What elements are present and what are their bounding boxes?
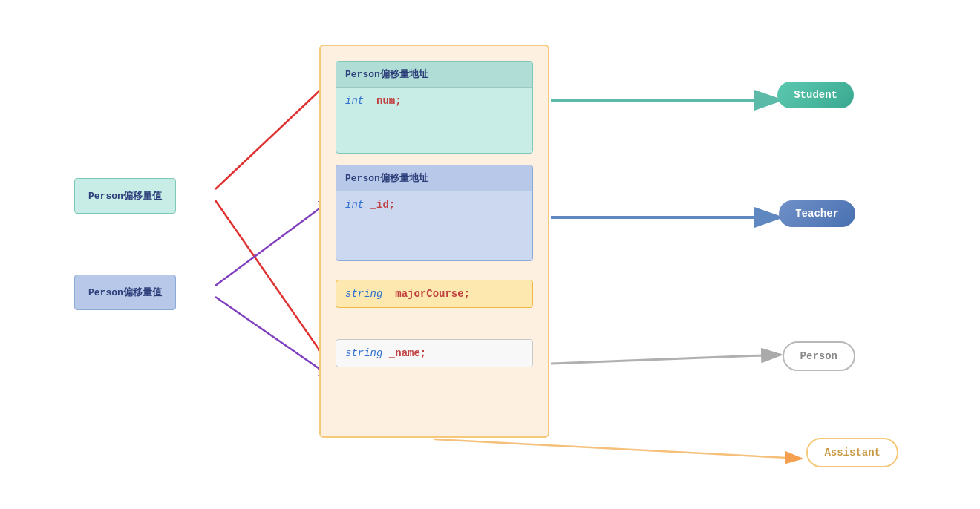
left-offset-box-2: Person偏移量值 — [74, 275, 176, 310]
svg-line-9 — [215, 297, 336, 380]
int-keyword-2: int — [345, 199, 364, 211]
svg-line-8 — [215, 197, 336, 286]
student-box-body: int _num; — [336, 88, 532, 114]
main-container: Person偏移量地址 int _num; Person偏移量地址 int _i… — [319, 45, 549, 438]
id-var: _id; — [364, 199, 395, 211]
name-body: string _name; — [336, 340, 532, 367]
assistant-label: Assistant — [806, 438, 898, 467]
teacher-box-header: Person偏移量地址 — [336, 165, 532, 191]
major-var: _majorCourse; — [382, 288, 470, 300]
name-var: _name; — [382, 347, 426, 359]
int-keyword-1: int — [345, 95, 364, 107]
num-var: _num; — [364, 95, 401, 107]
teacher-label: Teacher — [779, 200, 855, 227]
svg-line-12 — [551, 355, 781, 364]
student-label: Student — [777, 82, 854, 108]
string-keyword-2: string — [345, 347, 382, 359]
teacher-box-body: int _id; — [336, 191, 532, 218]
student-box-header: Person偏移量地址 — [336, 62, 532, 88]
left-offset-box-1: Person偏移量值 — [74, 178, 176, 214]
student-memory-box: Person偏移量地址 int _num; — [336, 61, 533, 154]
major-course-body: string _majorCourse; — [336, 280, 532, 307]
teacher-memory-box: Person偏移量地址 int _id; — [336, 165, 533, 261]
person-label: Person — [783, 341, 855, 371]
major-course-box: string _majorCourse; — [336, 280, 533, 308]
svg-line-13 — [434, 439, 802, 459]
svg-line-6 — [215, 76, 336, 189]
svg-line-7 — [215, 200, 336, 373]
name-box: string _name; — [336, 339, 533, 367]
string-keyword-1: string — [345, 288, 382, 300]
